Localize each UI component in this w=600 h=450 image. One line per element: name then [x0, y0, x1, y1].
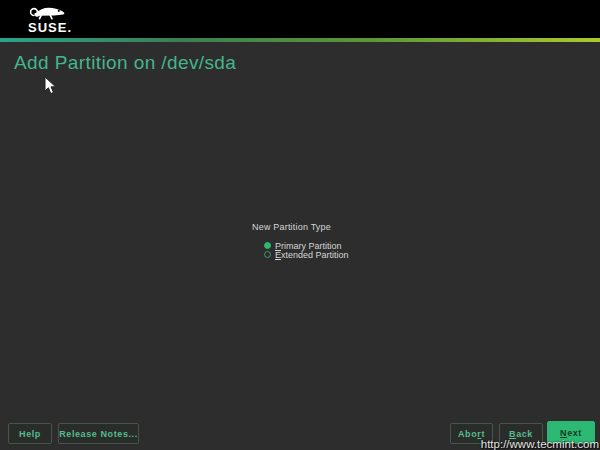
radio-unselected-icon[interactable]: [264, 251, 271, 258]
group-label: New Partition Type: [252, 222, 349, 232]
help-button[interactable]: Help: [8, 423, 52, 444]
page-title: Add Partition on /dev/sda: [14, 52, 236, 74]
radio-selected-icon[interactable]: [264, 242, 271, 249]
installer-window: SUSE. Add Partition on /dev/sda New Part…: [0, 0, 600, 450]
tecmint-watermark: http://www.tecmint.com: [481, 438, 599, 450]
suse-logo: SUSE.: [26, 4, 96, 36]
release-notes-button[interactable]: Release Notes...: [58, 423, 139, 444]
partition-type-group: New Partition Type Primary Partition Ext…: [252, 222, 349, 259]
suse-header-bar: SUSE.: [0, 0, 600, 38]
chameleon-icon: [28, 5, 70, 20]
radio-option-label: Extended Partition: [275, 250, 349, 260]
radio-group: Primary Partition Extended Partition: [264, 241, 349, 259]
header-accent-line: [0, 38, 600, 42]
suse-logo-text: SUSE.: [28, 20, 72, 35]
radio-option-extended-partition[interactable]: Extended Partition: [264, 250, 349, 259]
mouse-cursor-icon: [44, 76, 57, 95]
